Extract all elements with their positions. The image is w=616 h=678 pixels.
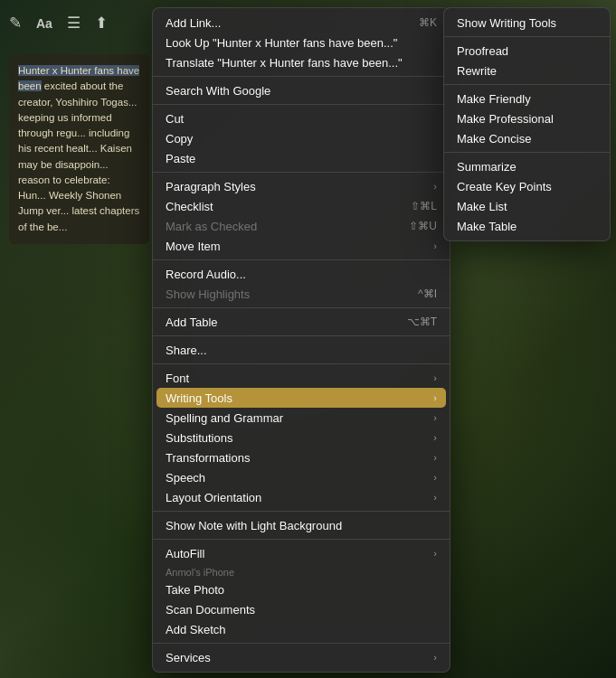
make-professional-label: Make Professional bbox=[457, 112, 597, 126]
menu-item-font[interactable]: Font › bbox=[153, 368, 450, 388]
transformations-arrow: › bbox=[433, 452, 437, 463]
summarize-label: Summarize bbox=[457, 160, 597, 174]
writing-tools-label: Writing Tools bbox=[166, 391, 433, 405]
substitutions-label: Substitutions bbox=[166, 431, 433, 445]
speech-label: Speech bbox=[166, 471, 433, 485]
menu-item-checklist[interactable]: Checklist ⇧⌘L bbox=[153, 196, 450, 216]
iphone-section-header: Anmol's iPhone bbox=[153, 563, 450, 579]
look-up-label: Look Up "Hunter x Hunter fans have been.… bbox=[166, 36, 437, 50]
menu-item-copy[interactable]: Copy bbox=[153, 128, 450, 148]
submenu-make-concise[interactable]: Make Concise bbox=[444, 128, 610, 148]
submenu-summarize[interactable]: Summarize bbox=[444, 156, 610, 176]
add-table-label: Add Table bbox=[166, 315, 389, 329]
separator-5 bbox=[153, 307, 450, 308]
menu-item-record-audio[interactable]: Record Audio... bbox=[153, 264, 450, 284]
menu-item-scan-documents[interactable]: Scan Documents bbox=[153, 599, 450, 619]
record-audio-label: Record Audio... bbox=[166, 268, 437, 281]
paragraph-styles-label: Paragraph Styles bbox=[166, 180, 433, 193]
submenu-sep-3 bbox=[444, 152, 610, 153]
list-icon[interactable]: ☰ bbox=[67, 14, 81, 33]
menu-item-show-note-light[interactable]: Show Note with Light Background bbox=[153, 515, 450, 535]
menu-item-speech[interactable]: Speech › bbox=[153, 467, 450, 487]
move-item-arrow: › bbox=[433, 240, 437, 251]
separator-7 bbox=[153, 363, 450, 364]
menu-item-cut[interactable]: Cut bbox=[153, 108, 450, 128]
separator-6 bbox=[153, 335, 450, 336]
paragraph-styles-arrow: › bbox=[433, 181, 437, 192]
spelling-grammar-label: Spelling and Grammar bbox=[166, 411, 433, 425]
submenu-make-list[interactable]: Make List bbox=[444, 196, 610, 216]
menu-item-take-photo[interactable]: Take Photo bbox=[153, 579, 450, 599]
layout-orientation-arrow: › bbox=[433, 492, 437, 503]
menu-item-add-table[interactable]: Add Table ⌥⌘T bbox=[153, 312, 450, 332]
spelling-grammar-arrow: › bbox=[433, 412, 437, 423]
submenu-sep-1 bbox=[444, 36, 610, 37]
menu-item-mark-as-checked: Mark as Checked ⇧⌘U bbox=[153, 216, 450, 236]
writing-tools-arrow: › bbox=[433, 392, 437, 403]
context-menu: Add Link... ⌘K Look Up "Hunter x Hunter … bbox=[152, 7, 450, 673]
add-link-shortcut: ⌘K bbox=[419, 16, 437, 29]
menu-item-transformations[interactable]: Transformations › bbox=[153, 447, 450, 467]
submenu-make-friendly[interactable]: Make Friendly bbox=[444, 89, 610, 108]
submenu-create-key-points[interactable]: Create Key Points bbox=[444, 176, 610, 196]
checklist-label: Checklist bbox=[166, 200, 393, 213]
submenu-make-table[interactable]: Make Table bbox=[444, 216, 610, 236]
toolbar: ✎ Aa ☰ ⬆ bbox=[9, 14, 108, 33]
menu-item-writing-tools[interactable]: Writing Tools › bbox=[156, 388, 446, 408]
paste-label: Paste bbox=[166, 152, 437, 165]
submenu-rewrite[interactable]: Rewrite bbox=[444, 61, 610, 80]
menu-item-paste[interactable]: Paste bbox=[153, 148, 450, 168]
separator-1 bbox=[153, 76, 450, 77]
speech-arrow: › bbox=[433, 472, 437, 483]
submenu-proofread[interactable]: Proofread bbox=[444, 41, 610, 61]
separator-4 bbox=[153, 259, 450, 260]
menu-item-show-highlights: Show Highlights ^⌘I bbox=[153, 284, 450, 304]
autofill-arrow: › bbox=[433, 548, 437, 559]
menu-item-translate[interactable]: Translate "Hunter x Hunter fans have bee… bbox=[153, 52, 450, 72]
menu-item-share[interactable]: Share... bbox=[153, 340, 450, 360]
make-table-label: Make Table bbox=[457, 220, 597, 233]
menu-item-paragraph-styles[interactable]: Paragraph Styles › bbox=[153, 176, 450, 196]
make-concise-label: Make Concise bbox=[457, 132, 597, 146]
submenu-show-writing-tools[interactable]: Show Writing Tools bbox=[444, 13, 610, 33]
compose-icon[interactable]: ✎ bbox=[9, 14, 22, 33]
menu-item-autofill[interactable]: AutoFill › bbox=[153, 543, 450, 563]
menu-item-move-item[interactable]: Move Item › bbox=[153, 236, 450, 256]
separator-2 bbox=[153, 104, 450, 105]
separator-3 bbox=[153, 172, 450, 173]
cut-label: Cut bbox=[166, 112, 437, 126]
font-arrow: › bbox=[433, 372, 437, 383]
make-friendly-label: Make Friendly bbox=[457, 92, 597, 106]
services-label: Services bbox=[166, 651, 433, 664]
menu-item-substitutions[interactable]: Substitutions › bbox=[153, 428, 450, 447]
menu-item-add-link[interactable]: Add Link... ⌘K bbox=[153, 13, 450, 33]
add-sketch-label: Add Sketch bbox=[166, 623, 437, 636]
scan-documents-label: Scan Documents bbox=[166, 603, 437, 617]
rewrite-label: Rewrite bbox=[457, 64, 597, 78]
search-google-label: Search With Google bbox=[166, 84, 437, 98]
autofill-label: AutoFill bbox=[166, 547, 433, 560]
separator-10 bbox=[153, 643, 450, 644]
menu-item-look-up[interactable]: Look Up "Hunter x Hunter fans have been.… bbox=[153, 33, 450, 52]
share-label: Share... bbox=[166, 344, 437, 357]
show-highlights-shortcut: ^⌘I bbox=[418, 287, 437, 300]
writing-tools-submenu: Show Writing Tools Proofread Rewrite Mak… bbox=[443, 7, 611, 241]
menu-item-search-google[interactable]: Search With Google bbox=[153, 80, 450, 100]
font-icon[interactable]: Aa bbox=[36, 16, 52, 31]
share-icon[interactable]: ⬆ bbox=[95, 14, 108, 33]
submenu-make-professional[interactable]: Make Professional bbox=[444, 108, 610, 128]
submenu-sep-2 bbox=[444, 84, 610, 85]
menu-item-layout-orientation[interactable]: Layout Orientation › bbox=[153, 487, 450, 507]
separator-9 bbox=[153, 539, 450, 540]
show-highlights-label: Show Highlights bbox=[166, 287, 400, 301]
proofread-label: Proofread bbox=[457, 44, 597, 58]
layout-orientation-label: Layout Orientation bbox=[166, 491, 433, 504]
services-arrow: › bbox=[433, 652, 437, 663]
note-text: excited about the creator, Yoshihiro Tog… bbox=[18, 80, 139, 231]
menu-item-spelling-grammar[interactable]: Spelling and Grammar › bbox=[153, 408, 450, 428]
menu-item-add-sketch[interactable]: Add Sketch bbox=[153, 619, 450, 639]
show-writing-tools-label: Show Writing Tools bbox=[457, 16, 597, 30]
note-card: Hunter x Hunter fans have been excited a… bbox=[9, 54, 149, 244]
menu-item-services[interactable]: Services › bbox=[153, 647, 450, 667]
checklist-shortcut: ⇧⌘L bbox=[411, 200, 437, 212]
